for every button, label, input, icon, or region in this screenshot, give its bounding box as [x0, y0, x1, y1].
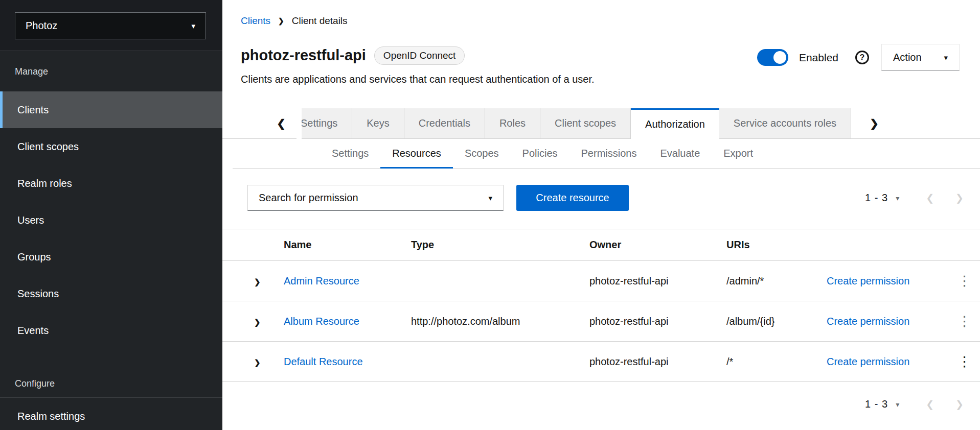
- pagination-bottom-wrap: 1 - 3 ▾ ❮ ❯: [222, 398, 980, 410]
- caret-down-icon: ▾: [944, 53, 948, 62]
- tab-settings[interactable]: Settings: [302, 108, 352, 139]
- create-resource-button[interactable]: Create resource: [516, 185, 629, 211]
- caret-down-icon: ▾: [488, 194, 492, 203]
- tab-spacer: [222, 108, 266, 139]
- sidebar: Photoz ▾ Manage Clients Client scopes Re…: [0, 0, 222, 430]
- subtab-policies[interactable]: Policies: [511, 139, 569, 168]
- authorization-subtabs: Settings Resources Scopes Policies Permi…: [233, 139, 980, 169]
- subtab-settings[interactable]: Settings: [320, 139, 380, 168]
- resource-name-link[interactable]: Default Resource: [284, 356, 363, 367]
- masthead: Photoz ▾: [0, 0, 222, 51]
- tab-filler: [897, 108, 980, 139]
- toggle-knob-icon: [773, 51, 786, 64]
- sidebar-item-groups[interactable]: Groups: [0, 238, 222, 275]
- resources-table: Name Type Owner URIs ❯ Admin Resource ph…: [222, 229, 980, 382]
- subtab-evaluate[interactable]: Evaluate: [648, 139, 712, 168]
- pagination-bottom: 1 - 3 ▾ ❮ ❯: [865, 398, 964, 410]
- protocol-badge: OpenID Connect: [374, 46, 465, 65]
- page-header: photoz-restful-apiOpenID Connect Clients…: [222, 46, 980, 85]
- client-tabs: ❮ Settings Keys Credentials Roles Client…: [222, 108, 980, 139]
- resource-owner: photoz-restful-api: [589, 356, 726, 368]
- resource-name-link[interactable]: Admin Resource: [284, 275, 359, 286]
- kebab-menu-icon[interactable]: ⋮: [958, 315, 971, 328]
- sidebar-nav: Manage Clients Client scopes Realm roles…: [0, 51, 222, 430]
- subtab-permissions[interactable]: Permissions: [569, 139, 649, 168]
- pagination-range: 1 - 3: [865, 192, 888, 204]
- pagination-prev-button[interactable]: ❮: [926, 192, 934, 204]
- caret-down-icon: ▾: [191, 21, 195, 31]
- pagination-range: 1 - 3: [865, 398, 888, 410]
- realm-selector[interactable]: Photoz ▾: [15, 12, 206, 39]
- action-dropdown-button[interactable]: Action ▾: [881, 44, 960, 71]
- kebab-menu-icon[interactable]: ⋮: [958, 274, 971, 288]
- table-row: ❯ Album Resource http://photoz.com/album…: [222, 301, 980, 342]
- tab-authorization[interactable]: Authorization: [631, 108, 719, 139]
- subtab-scopes[interactable]: Scopes: [453, 139, 511, 168]
- kebab-menu-icon[interactable]: ⋮: [958, 355, 971, 369]
- page-description: Clients are applications and services th…: [241, 73, 595, 85]
- table-row: ❯ Default Resource photoz-restful-api /*…: [222, 342, 980, 382]
- table-row: ❯ Admin Resource photoz-restful-api /adm…: [222, 261, 980, 301]
- subtab-resources[interactable]: Resources: [380, 139, 453, 168]
- create-permission-link[interactable]: Create permission: [827, 316, 909, 327]
- sidebar-item-events[interactable]: Events: [0, 312, 222, 349]
- pagination-caret-icon[interactable]: ▾: [896, 194, 899, 202]
- resource-uris: /album/{id}: [726, 316, 827, 327]
- resource-uris: /admin/*: [726, 275, 827, 287]
- resource-owner: photoz-restful-api: [589, 316, 726, 327]
- page-title: photoz-restful-apiOpenID Connect: [241, 46, 595, 65]
- sidebar-item-sessions[interactable]: Sessions: [0, 275, 222, 312]
- tab-service-accounts-roles[interactable]: Service accounts roles: [719, 108, 851, 139]
- title-block: photoz-restful-apiOpenID Connect Clients…: [241, 46, 595, 85]
- pagination-prev-button[interactable]: ❮: [926, 398, 934, 410]
- expand-row-button[interactable]: ❯: [254, 358, 261, 367]
- header-name: Name: [284, 239, 411, 251]
- tab-client-scopes[interactable]: Client scopes: [540, 108, 631, 139]
- resource-owner: photoz-restful-api: [589, 275, 726, 287]
- tabs-scroll-left-button[interactable]: ❮: [266, 108, 297, 139]
- create-permission-link[interactable]: Create permission: [827, 275, 909, 286]
- breadcrumb-clients-link[interactable]: Clients: [241, 15, 270, 27]
- sidebar-item-realm-roles[interactable]: Realm roles: [0, 165, 222, 202]
- pagination-next-button[interactable]: ❯: [955, 192, 964, 204]
- pagination-caret-icon[interactable]: ▾: [896, 400, 899, 409]
- nav-section-manage: Manage: [0, 51, 222, 91]
- tabs-scroll-area: Settings Keys Credentials Roles Client s…: [302, 108, 851, 139]
- header-type: Type: [411, 239, 589, 251]
- breadcrumb: Clients ❯ Client details: [222, 0, 980, 27]
- resource-uris: /*: [726, 356, 827, 368]
- table-header-row: Name Type Owner URIs: [222, 229, 980, 261]
- pagination-top: 1 - 3 ▾ ❮ ❯: [865, 192, 964, 204]
- breadcrumb-separator-icon: ❯: [278, 17, 284, 25]
- tab-roles[interactable]: Roles: [485, 108, 540, 139]
- enabled-toggle[interactable]: [757, 49, 788, 66]
- pagination-next-button[interactable]: ❯: [955, 398, 964, 410]
- tab-keys[interactable]: Keys: [352, 108, 404, 139]
- breadcrumb-current: Client details: [292, 15, 348, 27]
- header-uris: URIs: [726, 239, 827, 251]
- nav-section-configure: Configure: [0, 349, 222, 398]
- help-icon[interactable]: ?: [855, 51, 869, 64]
- sidebar-item-users[interactable]: Users: [0, 202, 222, 238]
- sidebar-item-clients[interactable]: Clients: [0, 91, 222, 128]
- tab-credentials[interactable]: Credentials: [404, 108, 485, 139]
- realm-selector-label: Photoz: [26, 20, 57, 32]
- create-permission-link[interactable]: Create permission: [827, 356, 909, 367]
- header-actions: Enabled ? Action ▾: [757, 44, 960, 71]
- subtab-export[interactable]: Export: [712, 139, 765, 168]
- header-owner: Owner: [589, 239, 726, 251]
- expand-row-button[interactable]: ❯: [254, 277, 261, 286]
- sidebar-item-client-scopes[interactable]: Client scopes: [0, 128, 222, 165]
- sidebar-item-realm-settings[interactable]: Realm settings: [0, 398, 222, 430]
- expand-row-button[interactable]: ❯: [254, 318, 261, 327]
- resources-toolbar: Search for permission ▾ Create resource …: [222, 185, 980, 211]
- resource-type: http://photoz.com/album: [411, 316, 589, 327]
- main-content: Clients ❯ Client details photoz-restful-…: [222, 0, 980, 430]
- resource-name-link[interactable]: Album Resource: [284, 316, 359, 327]
- enabled-label: Enabled: [799, 52, 838, 64]
- search-permission-select[interactable]: Search for permission ▾: [247, 185, 504, 211]
- tabs-scroll-right-button[interactable]: ❯: [851, 108, 897, 139]
